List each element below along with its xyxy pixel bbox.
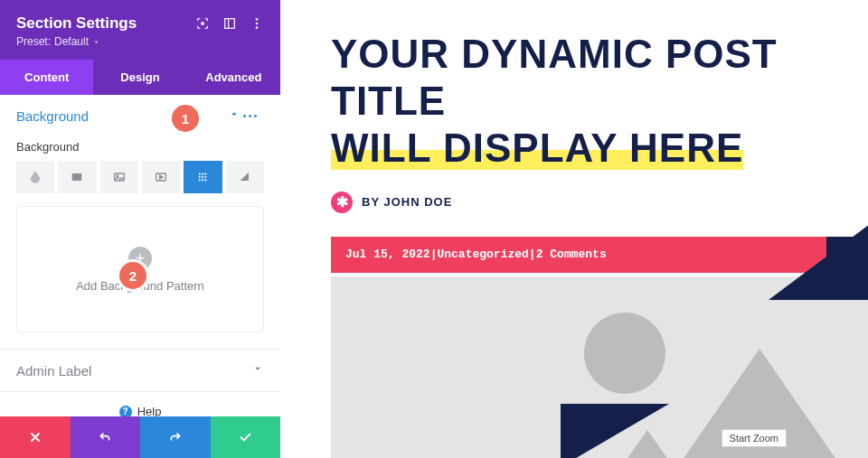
svg-point-16 [199,179,201,181]
page-preview: YOUR DYNAMIC POST TITLE WILL DISPLAY HER… [280,0,868,458]
caret-down-icon [92,38,100,46]
svg-point-5 [256,26,259,29]
svg-rect-1 [225,19,235,29]
byline-prefix: BY [362,195,383,209]
tab-design[interactable]: Design [93,60,186,95]
byline-author: JOHN DOE [383,195,452,209]
svg-point-4 [256,23,259,25]
preset-value: Default [54,35,89,48]
help-label: Help [137,405,162,416]
section-head-background[interactable]: Background [0,95,280,136]
byline-text: BY JOHN DOE [362,195,452,209]
decor-triangle [769,219,868,300]
meta-date: Jul 15, 2022 [345,248,430,261]
asterisk-icon: ✱ [331,192,353,213]
svg-point-3 [256,18,259,21]
undo-button[interactable] [71,416,141,458]
focus-icon[interactable] [195,16,210,31]
bg-type-color[interactable] [16,161,54,193]
preset-prefix: Preset: [16,35,51,48]
bg-type-pattern[interactable] [184,161,222,193]
svg-point-14 [202,176,203,178]
settings-panel: Section Settings Preset: Default Content… [0,0,280,458]
background-content: Background + Add Background Pattern [0,136,280,349]
help-icon: ? [119,406,132,417]
background-type-row [16,161,264,193]
tab-content[interactable]: Content [0,60,93,95]
bg-type-video[interactable] [142,161,180,193]
cancel-button[interactable] [0,416,71,458]
svg-point-11 [202,173,203,175]
svg-point-13 [199,176,201,178]
background-field-label: Background [16,140,264,154]
svg-point-17 [202,179,203,181]
post-title-line2: WILL DISPLAY HERE [331,126,743,170]
decor-triangle [561,404,669,458]
svg-rect-6 [72,173,82,181]
svg-point-10 [199,173,201,175]
bg-type-mask[interactable] [226,161,264,193]
meta-sep2: | [529,248,536,261]
panel-header: Section Settings Preset: Default [0,0,280,60]
bg-type-image[interactable] [100,161,138,193]
section-admin-label: Admin Label [0,350,280,392]
more-vert-icon[interactable] [250,16,264,31]
tab-advanced[interactable]: Advanced [187,60,280,95]
chevron-up-icon [228,107,241,124]
post-title: YOUR DYNAMIC POST TITLE WILL DISPLAY HER… [331,31,868,172]
callout-1: 1 [172,105,199,132]
preset-selector[interactable]: Preset: Default [16,35,100,48]
callout-2: 2 [119,262,146,289]
panel-title: Section Settings [16,14,195,33]
section-menu-icon[interactable] [241,115,259,117]
help-link[interactable]: ? Help [0,392,280,416]
svg-point-12 [205,173,207,175]
meta-sep1: | [430,248,438,261]
tabs: Content Design Advanced [0,60,280,95]
panel-footer [0,416,280,458]
panel-body: Background Background + Add Background P… [0,95,280,416]
svg-point-15 [205,176,207,178]
meta-comments: 2 Comments [536,248,607,261]
panel-titles: Section Settings Preset: Default [16,14,195,49]
bg-type-gradient[interactable] [58,161,96,193]
header-actions [195,16,264,31]
post-title-line1: YOUR DYNAMIC POST TITLE [331,32,778,123]
layout-icon[interactable] [222,16,237,31]
meta-category: Uncategorized [437,248,528,261]
chevron-down-icon [251,362,264,379]
section-title-admin-label: Admin Label [16,363,251,379]
section-background: Background Background + Add Background P… [0,95,280,350]
start-zoom-button[interactable]: Start Zoom [722,429,787,447]
redo-button[interactable] [140,416,211,458]
byline: ✱ BY JOHN DOE [331,192,868,213]
svg-point-18 [205,179,207,181]
save-button[interactable] [211,416,281,458]
svg-point-0 [202,23,204,25]
section-head-admin-label[interactable]: Admin Label [0,350,280,391]
